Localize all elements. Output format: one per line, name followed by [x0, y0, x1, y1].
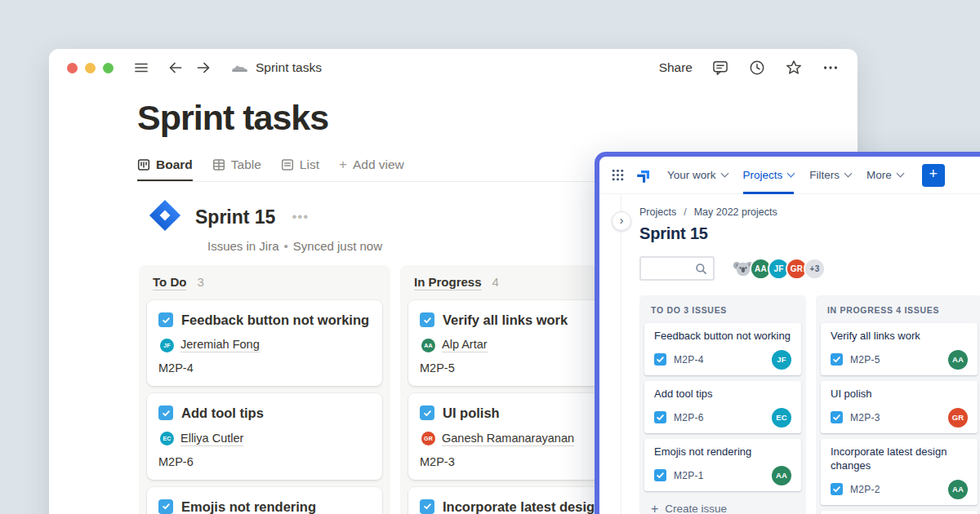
- nav-filters-label: Filters: [809, 169, 840, 181]
- nav-filters[interactable]: Filters: [809, 157, 851, 194]
- card-title: Verify all links work: [443, 311, 568, 329]
- nav-more[interactable]: More: [866, 157, 903, 194]
- card-title: Emojis not rendering: [181, 498, 316, 514]
- nav-your-work[interactable]: Your work: [667, 157, 728, 194]
- assignee-name[interactable]: Jeremiah Fong: [180, 338, 260, 352]
- issue-assignee-avatar[interactable]: EC: [772, 408, 791, 428]
- checked-checkbox-icon[interactable]: [158, 312, 173, 327]
- card-issue-key: M2P-6: [158, 455, 371, 468]
- task-type-checkbox-icon: [654, 469, 666, 481]
- minimize-window-button[interactable]: [85, 63, 96, 73]
- share-button[interactable]: Share: [659, 60, 693, 75]
- jira-top-nav: Your work Projects Filters More +: [599, 157, 980, 194]
- tab-board[interactable]: Board: [137, 157, 193, 181]
- checked-checkbox-icon[interactable]: [158, 405, 173, 420]
- issue-title: Verify all links work: [831, 330, 968, 343]
- tab-list-label: List: [300, 157, 319, 172]
- jira-issue-card[interactable]: Verify all links workM2P-5AA: [821, 323, 978, 375]
- card-issue-key: M2P-4: [158, 361, 371, 374]
- tab-table[interactable]: Table: [212, 157, 261, 181]
- checked-checkbox-icon[interactable]: [420, 312, 434, 327]
- jira-issue-card[interactable]: Emojis not renderingM2P-1AA: [644, 439, 801, 491]
- plus-icon: +: [651, 502, 658, 514]
- more-options-icon[interactable]: [822, 59, 840, 77]
- issue-key: M2P-5: [850, 354, 880, 366]
- updates-clock-icon[interactable]: [748, 59, 766, 77]
- nav-more-label: More: [866, 169, 892, 181]
- issue-title: Feedback button not working: [654, 330, 791, 343]
- jira-issue-card[interactable]: Feedback button not workingM2P-4JF: [644, 323, 801, 375]
- checked-checkbox-icon[interactable]: [420, 499, 434, 514]
- board-card[interactable]: Feedback button not workingJFJeremiah Fo…: [147, 300, 382, 386]
- comments-icon[interactable]: [711, 59, 729, 77]
- jira-window: Your work Projects Filters More + › Proj…: [595, 152, 980, 514]
- jira-logo-icon[interactable]: [636, 167, 653, 184]
- board-card[interactable]: Add tool tipsECElliya CutlerM2P-6: [147, 393, 382, 479]
- jira-issue-card[interactable]: Add tool tipsM2P-6EC: [644, 381, 801, 433]
- column-name[interactable]: In Progress: [414, 275, 482, 290]
- card-title-row: Feedback button not working: [158, 311, 371, 329]
- more-users-badge[interactable]: +3: [804, 258, 826, 280]
- nav-projects[interactable]: Projects: [743, 157, 795, 194]
- close-window-button[interactable]: [67, 63, 78, 73]
- board-column-header: To Do3: [147, 273, 382, 293]
- nav-your-work-label: Your work: [667, 169, 716, 181]
- jira-board-column: IN PROGRESS 4 ISSUESVerify all links wor…: [816, 295, 980, 514]
- card-title: Add tool tips: [181, 404, 264, 422]
- tab-table-label: Table: [231, 157, 261, 172]
- add-view-button[interactable]: + Add view: [339, 157, 404, 182]
- task-type-checkbox-icon: [831, 411, 843, 423]
- jira-issue-card[interactable]: Incorporate latest design changesM2P-2AA: [821, 439, 978, 505]
- issue-assignee-avatar[interactable]: AA: [948, 350, 968, 370]
- issue-meta-row: M2P-3GR: [831, 408, 968, 428]
- plus-icon: +: [339, 157, 347, 173]
- breadcrumb-current-link[interactable]: May 2022 projects: [694, 206, 777, 218]
- back-arrow-icon[interactable]: [167, 60, 184, 76]
- issue-meta-row: M2P-5AA: [831, 350, 968, 370]
- checked-checkbox-icon[interactable]: [420, 405, 434, 420]
- app-switcher-icon[interactable]: [612, 169, 624, 181]
- tab-list[interactable]: List: [281, 157, 319, 181]
- jira-page-title: Sprint 15: [639, 224, 980, 243]
- issue-assignee-avatar[interactable]: AA: [772, 466, 791, 485]
- breadcrumb-projects-link[interactable]: Projects: [639, 206, 676, 218]
- card-title: UI polish: [443, 404, 500, 422]
- jira-issue-card[interactable]: UI polishM2P-3GR: [821, 381, 978, 433]
- column-count: 4: [492, 275, 499, 289]
- database-options-icon[interactable]: •••: [292, 209, 309, 225]
- assignee-name[interactable]: Alp Artar: [442, 338, 488, 352]
- issue-key: M2P-4: [674, 354, 704, 366]
- nav-projects-label: Projects: [743, 169, 783, 181]
- task-type-checkbox-icon: [654, 353, 666, 366]
- assignee-avatar: JF: [160, 339, 174, 352]
- favorite-star-icon[interactable]: [785, 59, 803, 77]
- assignee-name[interactable]: Elliya Cutler: [180, 432, 243, 446]
- assignee-name[interactable]: Ganesh Ramanarayanan: [442, 432, 574, 446]
- create-issue-button[interactable]: +Create issue: [644, 497, 801, 514]
- sidebar-menu-icon[interactable]: [133, 60, 149, 76]
- zoom-window-button[interactable]: [103, 63, 114, 73]
- task-type-checkbox-icon: [654, 411, 666, 423]
- forward-arrow-icon[interactable]: [195, 60, 212, 76]
- issue-assignee-avatar[interactable]: JF: [772, 350, 791, 370]
- create-button[interactable]: +: [922, 164, 945, 187]
- expand-sidebar-button[interactable]: ›: [612, 211, 631, 231]
- column-name[interactable]: To Do: [153, 275, 186, 290]
- jira-column-header: IN PROGRESS 4 ISSUES: [821, 295, 978, 323]
- issue-assignee-avatar[interactable]: GR: [948, 408, 968, 428]
- board-card[interactable]: Emojis not renderingAAAlp Artar: [147, 487, 382, 514]
- issue-key: M2P-6: [674, 412, 704, 423]
- database-source: Issues in Jira: [207, 239, 279, 253]
- checked-checkbox-icon[interactable]: [158, 499, 173, 514]
- chevron-down-icon: [720, 170, 728, 178]
- card-title: Feedback button not working: [181, 311, 369, 329]
- assignee-avatar: AA: [421, 339, 435, 352]
- jira-issue-card[interactable]: [821, 511, 978, 514]
- issue-meta-row: M2P-1AA: [654, 466, 791, 485]
- titlebar-doc-title: Sprint tasks: [256, 60, 322, 75]
- task-type-checkbox-icon: [831, 353, 843, 366]
- card-title-row: Add tool tips: [158, 404, 371, 422]
- database-sync-status: Synced just now: [293, 239, 382, 253]
- board-search-input[interactable]: [639, 256, 715, 281]
- issue-assignee-avatar[interactable]: AA: [948, 480, 968, 499]
